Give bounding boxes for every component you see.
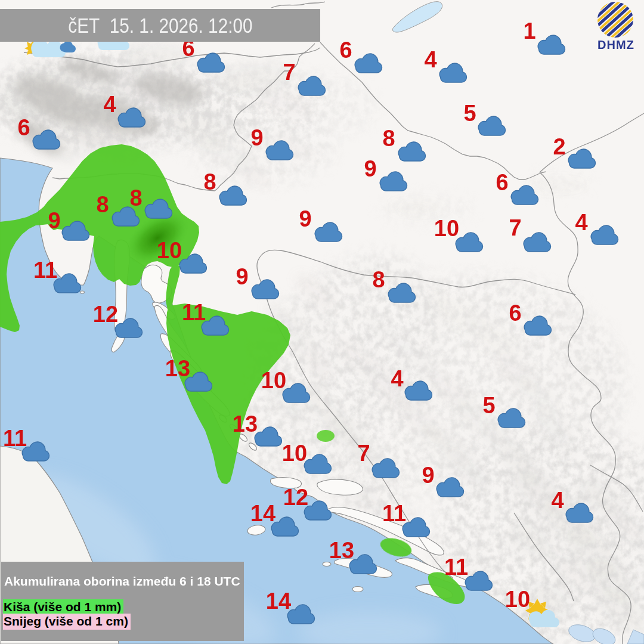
svg-text:6: 6	[509, 301, 521, 326]
svg-text:13: 13	[165, 356, 190, 381]
svg-text:9: 9	[250, 125, 263, 150]
svg-text:11: 11	[33, 258, 57, 283]
svg-text:11: 11	[382, 501, 406, 526]
svg-text:7: 7	[283, 60, 295, 85]
svg-text:8: 8	[129, 185, 142, 210]
svg-text:4: 4	[103, 92, 116, 117]
svg-text:10: 10	[282, 441, 307, 466]
svg-text:14: 14	[250, 501, 275, 526]
svg-text:11: 11	[182, 300, 206, 325]
svg-text:13: 13	[329, 538, 354, 563]
svg-text:13: 13	[233, 411, 258, 436]
svg-text:4: 4	[575, 210, 587, 235]
svg-text:12: 12	[283, 485, 308, 510]
svg-text:9: 9	[422, 463, 434, 488]
svg-text:4: 4	[424, 47, 436, 72]
svg-text:2: 2	[553, 134, 565, 159]
svg-text:14: 14	[266, 589, 291, 614]
svg-text:4: 4	[551, 488, 564, 513]
svg-text:8: 8	[96, 192, 109, 217]
svg-text:6: 6	[339, 38, 352, 63]
svg-text:11: 11	[444, 555, 468, 580]
svg-text:8: 8	[382, 126, 395, 151]
svg-text:7: 7	[357, 441, 370, 466]
svg-text:6: 6	[17, 115, 30, 140]
svg-text:9: 9	[236, 264, 248, 289]
svg-text:7: 7	[509, 215, 521, 240]
svg-text:9: 9	[48, 208, 60, 233]
svg-text:9: 9	[299, 206, 311, 231]
svg-text:5: 5	[482, 393, 495, 418]
svg-text:9: 9	[364, 156, 376, 181]
svg-text:1: 1	[523, 18, 535, 44]
svg-text:10: 10	[434, 216, 459, 241]
svg-text:5: 5	[463, 101, 476, 126]
svg-text:10: 10	[261, 368, 286, 393]
svg-text:12: 12	[93, 302, 118, 327]
svg-text:8: 8	[203, 169, 216, 194]
svg-text:6: 6	[496, 170, 508, 195]
svg-text:8: 8	[372, 267, 385, 292]
svg-text:10: 10	[157, 238, 182, 263]
svg-text:11: 11	[3, 426, 27, 451]
svg-text:4: 4	[391, 366, 403, 391]
svg-text:10: 10	[505, 587, 530, 612]
svg-text:DHMZ: DHMZ	[597, 38, 634, 51]
